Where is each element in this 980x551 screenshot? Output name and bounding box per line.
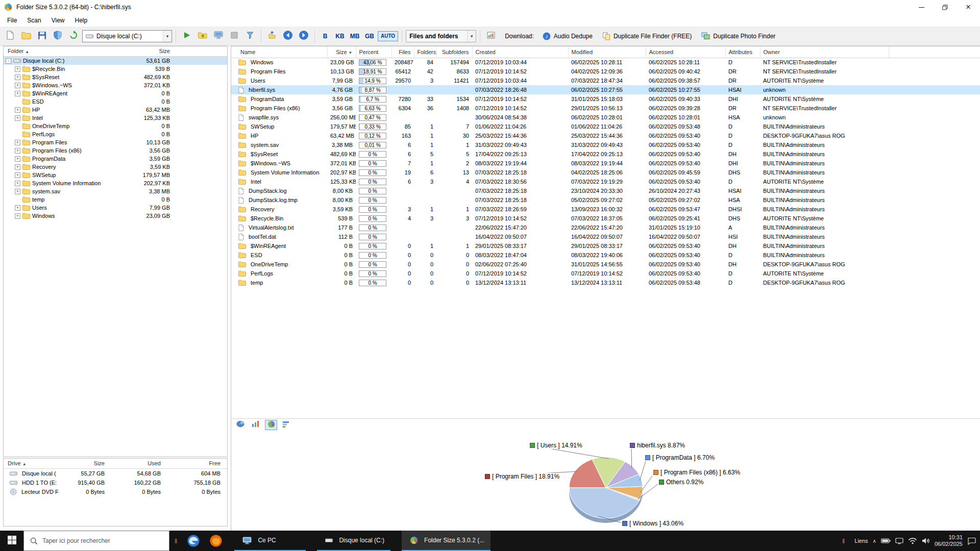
- tree-item[interactable]: +$SysReset482,69 KB: [4, 73, 227, 81]
- tree-item[interactable]: +System Volume Information202,97 KB: [4, 179, 227, 187]
- tree-expander-icon[interactable]: +: [15, 91, 20, 96]
- tree-item[interactable]: +$Recycle.Bin539 B: [4, 65, 227, 73]
- file-row[interactable]: $Windows.~WS372,01 KB0 %71208/03/2022 19…: [231, 159, 980, 168]
- chevron-down-icon[interactable]: ▾: [163, 31, 172, 42]
- file-row[interactable]: HP63,42 MB0,12 %16313025/03/2022 15:44:3…: [231, 131, 980, 140]
- file-row[interactable]: Recovery3,59 KB0 %31107/03/2022 18:26:59…: [231, 205, 980, 214]
- column-header-folders[interactable]: Folders: [414, 46, 436, 58]
- tree-item[interactable]: +Program Files10,13 GB: [4, 138, 227, 146]
- action-center-icon[interactable]: [967, 537, 976, 545]
- tree-item[interactable]: +HP63,42 MB: [4, 106, 227, 114]
- column-header-drive[interactable]: Drive▲: [8, 460, 27, 466]
- file-row[interactable]: swapfile.sys256,00 MB0,47 %30/06/2024 08…: [231, 113, 980, 122]
- tree-expander-icon[interactable]: +: [15, 172, 20, 178]
- start-button[interactable]: [0, 531, 23, 551]
- column-header-drive-size[interactable]: Size: [94, 460, 105, 466]
- column-header-tree-size[interactable]: Size: [159, 48, 170, 54]
- tree-item[interactable]: +$WinREAgent0 B: [4, 89, 227, 97]
- file-row[interactable]: Program Files (x86)3,56 GB6,63 %63043614…: [231, 104, 980, 113]
- firefox-icon[interactable]: [205, 531, 227, 551]
- view-bar-chart-button[interactable]: [250, 420, 262, 430]
- close-button[interactable]: ×: [957, 0, 980, 14]
- volume-icon[interactable]: [922, 537, 930, 544]
- chevron-up-icon[interactable]: ∧: [873, 538, 876, 544]
- column-header-owner[interactable]: Owner: [760, 46, 889, 58]
- drive-row[interactable]: HDD 1 TO (E:915,40 GB160,22 GB755,18 GB: [4, 478, 227, 487]
- column-header-accessed[interactable]: Accessed: [646, 46, 725, 58]
- tree-expander-icon[interactable]: +: [15, 107, 20, 113]
- tree-item[interactable]: +Windows23,09 GB: [4, 212, 227, 220]
- monitor-icon[interactable]: [895, 538, 903, 544]
- column-header-files[interactable]: Files: [391, 46, 414, 58]
- column-header-size[interactable]: Size▼: [327, 46, 356, 58]
- chevron-down-icon[interactable]: ▾: [467, 31, 476, 42]
- taskbar-app-button[interactable]: Disque local (C:): [317, 531, 390, 551]
- taskbar-app-button[interactable]: Ce PC: [234, 531, 306, 551]
- unit-button-auto[interactable]: AUTO: [378, 31, 398, 41]
- tree-expander-icon[interactable]: +: [15, 115, 20, 121]
- unit-button-kb[interactable]: KB: [333, 30, 347, 43]
- file-row[interactable]: SWSetup179,57 MB0,33 %851701/06/2022 11:…: [231, 122, 980, 131]
- file-row[interactable]: Program Files10,13 GB18,91 %654124286330…: [231, 67, 980, 76]
- scan-folder-button[interactable]: [195, 29, 210, 43]
- menu-help[interactable]: Help: [70, 15, 93, 26]
- wifi-icon[interactable]: [908, 537, 917, 544]
- tree-expander-icon[interactable]: +: [15, 74, 20, 80]
- file-row[interactable]: bootTel.dat112 B0 %16/04/2022 09:50:0716…: [231, 232, 980, 241]
- tree-item[interactable]: temp0 B: [4, 195, 227, 204]
- file-row[interactable]: ESD0 B0 %00008/03/2022 18:47:0408/03/202…: [231, 251, 980, 260]
- open-folder-button[interactable]: [19, 29, 33, 43]
- edge-icon[interactable]: [182, 531, 205, 551]
- minimize-button[interactable]: [910, 0, 933, 14]
- tree-item[interactable]: +SWSetup179,57 MB: [4, 171, 227, 179]
- file-row[interactable]: OneDriveTemp0 B0 %00002/06/2022 07:25:40…: [231, 260, 980, 269]
- view-pie-chart-button[interactable]: [265, 420, 277, 430]
- refresh-button[interactable]: [66, 29, 81, 43]
- new-document-button[interactable]: [3, 29, 17, 43]
- tree-item[interactable]: ESD0 B: [4, 97, 227, 106]
- view-3d-pie-button[interactable]: [234, 420, 247, 430]
- file-row[interactable]: Intel125,33 KB0 %63407/03/2022 18:30:560…: [231, 177, 980, 186]
- column-header-name[interactable]: Name: [231, 46, 327, 58]
- column-header-drive-free[interactable]: Free: [209, 460, 220, 466]
- scope-combobox[interactable]: Files and folders ▾: [406, 30, 476, 42]
- tree-expander-icon[interactable]: +: [15, 83, 20, 88]
- drive-row[interactable]: Disque local (55,27 GB54,68 GB604 MB: [4, 469, 227, 478]
- view-columns-button[interactable]: [280, 420, 292, 430]
- tree-item[interactable]: +Recovery3,59 KB: [4, 163, 227, 171]
- file-row[interactable]: Users7,99 GB14,9 %2957031142107/12/2019 …: [231, 76, 980, 85]
- file-row[interactable]: System Volume Information202,97 KB0 %196…: [231, 168, 980, 177]
- taskbar-search-input[interactable]: Taper ici pour rechercher: [23, 531, 169, 551]
- taskbar-app-button[interactable]: Folder Size 5.3.0.2 (...: [402, 531, 491, 551]
- tree-item[interactable]: OneDriveTemp0 B: [4, 122, 227, 130]
- column-header-modified[interactable]: Modified: [568, 46, 646, 58]
- restore-button[interactable]: [933, 0, 957, 14]
- report-button[interactable]: [484, 29, 498, 43]
- column-header-folder[interactable]: Folder▲: [8, 48, 29, 54]
- tree-item[interactable]: +system.sav3,38 MB: [4, 187, 227, 195]
- tree-root-item[interactable]: -Disque local (C:)53,61 GB: [4, 57, 227, 65]
- scan-computer-button[interactable]: [211, 29, 226, 43]
- battery-icon[interactable]: [881, 538, 891, 544]
- tree-expander-icon[interactable]: +: [15, 213, 20, 219]
- tree-item[interactable]: +Program Files (x86)3,56 GB: [4, 146, 227, 155]
- tree-expander-icon[interactable]: +: [15, 148, 20, 154]
- drive-combobox[interactable]: Disque local (C:) ▾: [82, 30, 172, 42]
- forward-button[interactable]: [297, 29, 311, 43]
- file-row[interactable]: hiberfil.sys4,76 GB8,87 %07/03/2022 18:2…: [231, 85, 980, 94]
- unit-button-gb[interactable]: GB: [363, 30, 376, 43]
- tree-item[interactable]: +ProgramData3,59 GB: [4, 155, 227, 163]
- tree-expander-icon[interactable]: -: [6, 58, 11, 64]
- admin-button[interactable]: [51, 29, 65, 43]
- start-scan-button[interactable]: [180, 29, 194, 43]
- tree-expander-icon[interactable]: +: [15, 189, 20, 194]
- tree-item[interactable]: +Intel125,33 KB: [4, 114, 227, 122]
- unit-button-b[interactable]: B: [318, 30, 332, 43]
- tree-item[interactable]: +Users7,99 GB: [4, 204, 227, 212]
- menu-file[interactable]: File: [2, 15, 22, 26]
- stop-scan-button[interactable]: [227, 29, 241, 43]
- duplicate-file-finder-link[interactable]: Duplicate File Finder (FREE): [598, 29, 696, 43]
- drive-row[interactable]: Lecteur DVD F0 Bytes0 Bytes0 Bytes: [4, 487, 227, 496]
- tree-expander-icon[interactable]: +: [15, 164, 20, 170]
- column-header-subfolders[interactable]: Subfolders: [436, 46, 472, 58]
